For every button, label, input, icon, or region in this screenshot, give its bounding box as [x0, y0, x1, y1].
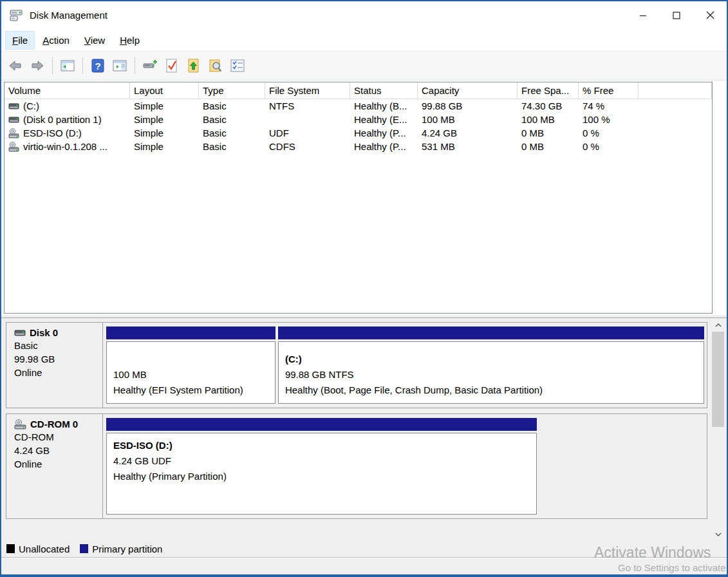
cdrom-0-group: CD-ROM 0 CD-ROM 4.24 GB Online ESD-ISO (… [6, 413, 707, 519]
hard-drive-icon [8, 115, 19, 124]
task-list-button[interactable] [229, 56, 247, 75]
scrollbar-thumb[interactable] [712, 332, 724, 427]
status-bar-separator [669, 561, 669, 572]
column-header-volume[interactable]: Volume [5, 82, 130, 99]
document-check-icon [165, 59, 178, 73]
toolbar-separator [52, 57, 53, 74]
partition-title: (C:) [285, 352, 697, 367]
volume-type: Basic [199, 126, 265, 140]
partition-esd-iso[interactable]: ESD-ISO (D:) 4.24 GB UDF Healthy (Primar… [106, 418, 537, 515]
partition-status: Healthy (Boot, Page File, Crash Dump, Ba… [285, 383, 697, 398]
volume-status: Healthy (B... [350, 99, 418, 113]
search-folder-button[interactable] [207, 56, 225, 75]
check-volume-button[interactable] [163, 56, 181, 75]
upload-button[interactable] [185, 56, 203, 75]
toolbar-separator [82, 57, 83, 74]
column-header-pct-free[interactable]: % Free [579, 82, 639, 99]
volume-free-space: 0 MB [518, 140, 579, 153]
partition-size: 99.88 GB NTFS [285, 367, 697, 383]
volume-capacity: 99.88 GB [418, 99, 518, 113]
disk-0-label[interactable]: Disk 0 Basic 99.98 GB Online [6, 323, 103, 408]
forward-button[interactable] [28, 56, 46, 75]
volume-list: Volume Layout Type File System Status Ca… [4, 82, 713, 314]
partition-efi[interactable]: 100 MB Healthy (EFI System Partition) [106, 326, 275, 404]
legend-primary-partition-label: Primary partition [92, 544, 162, 554]
partition-color-bar [278, 326, 704, 339]
volume-layout: Simple [130, 140, 199, 153]
partition-size: 100 MB [113, 367, 268, 383]
folder-magnifier-icon [209, 59, 223, 73]
volume-pct-free: 0 % [579, 126, 639, 140]
volume-type: Basic [199, 99, 265, 113]
partition-status: Healthy (EFI System Partition) [113, 383, 268, 398]
folder-up-arrow-icon [187, 59, 200, 73]
volume-name: (Disk 0 partition 1) [23, 113, 102, 126]
window-controls [626, 1, 727, 29]
volume-pct-free: 100 % [579, 113, 639, 126]
chevron-down-icon [715, 533, 722, 536]
svg-text:?: ? [95, 61, 100, 71]
disk-size: 4.24 GB [14, 444, 98, 457]
partition-color-bar [106, 418, 537, 431]
task-list-icon [230, 59, 245, 72]
partition-status: Healthy (Primary Partition) [113, 469, 530, 484]
menu-bar: File Action View Help [1, 29, 727, 51]
cd-rom-icon [14, 419, 26, 430]
show-console-tree-button[interactable] [59, 56, 77, 75]
column-header-type[interactable]: Type [199, 82, 265, 99]
column-header-capacity[interactable]: Capacity [418, 82, 518, 99]
table-row[interactable]: (C:) Simple Basic NTFS Healthy (B... 99.… [5, 99, 712, 113]
toolbar: ? [1, 51, 727, 80]
volume-free-space: 74.30 GB [518, 99, 579, 113]
column-header-free-space[interactable]: Free Spa... [518, 82, 579, 99]
cdrom-0-label[interactable]: CD-ROM 0 CD-ROM 4.24 GB Online [6, 414, 103, 518]
partition-size: 4.24 GB UDF [113, 453, 530, 469]
vertical-scrollbar[interactable] [712, 319, 724, 540]
menu-file-label: File [12, 35, 28, 46]
back-button[interactable] [6, 56, 24, 75]
back-icon [8, 60, 23, 71]
menu-view[interactable]: View [78, 32, 111, 49]
disk-tool-button[interactable] [141, 56, 159, 75]
disk-drive-icon [142, 60, 158, 71]
column-header-layout[interactable]: Layout [130, 82, 199, 99]
volume-status: Healthy (E... [350, 113, 418, 126]
menu-file[interactable]: File [6, 32, 34, 49]
legend-bar: Unallocated Primary partition [1, 540, 727, 558]
volume-name: virtio-win-0.1.208 ... [23, 140, 107, 153]
partition-c[interactable]: (C:) 99.88 GB NTFS Healthy (Boot, Page F… [278, 326, 704, 404]
disk-name: Disk 0 [30, 327, 58, 338]
minimize-button[interactable] [626, 1, 660, 29]
volume-list-section: Volume Layout Type File System Status Ca… [1, 80, 727, 315]
legend-unallocated-label: Unallocated [19, 544, 70, 554]
primary-partition-swatch [80, 544, 88, 553]
table-row[interactable]: ESD-ISO (D:) Simple Basic UDF Healthy (P… [5, 126, 712, 140]
scrollbar-up-button[interactable] [712, 319, 724, 330]
window-title: Disk Management [30, 10, 107, 21]
column-header-filler [639, 82, 712, 99]
unallocated-swatch [6, 544, 15, 553]
volume-free-space: 100 MB [518, 113, 579, 126]
close-icon [706, 11, 714, 19]
disk-management-window: Disk Management File Action View Help [0, 0, 728, 577]
menu-action[interactable]: Action [36, 32, 76, 49]
chevron-up-icon [715, 323, 722, 327]
minimize-icon [639, 12, 647, 19]
menu-view-label: View [84, 35, 105, 46]
table-row[interactable]: (Disk 0 partition 1) Simple Basic Health… [5, 113, 712, 126]
volume-pct-free: 74 % [579, 99, 639, 113]
show-action-pane-button[interactable] [111, 56, 129, 75]
title-bar: Disk Management [1, 1, 727, 29]
maximize-button[interactable] [660, 1, 693, 29]
column-header-file-system[interactable]: File System [265, 82, 350, 99]
close-button[interactable] [693, 1, 727, 29]
status-bar [1, 558, 727, 574]
column-header-status[interactable]: Status [350, 82, 418, 99]
table-row[interactable]: virtio-win-0.1.208 ... Simple Basic CDFS… [5, 140, 712, 153]
disk-type: Basic [14, 339, 98, 352]
cdrom-0-partitions: ESD-ISO (D:) 4.24 GB UDF Healthy (Primar… [103, 414, 707, 518]
menu-help[interactable]: Help [113, 32, 146, 49]
disk-management-app-icon [8, 8, 24, 23]
help-button[interactable]: ? [89, 56, 107, 75]
scrollbar-down-button[interactable] [712, 529, 724, 540]
